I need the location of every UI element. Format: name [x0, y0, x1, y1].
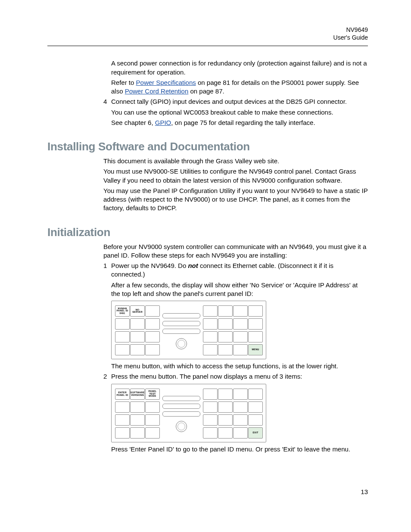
panel-btn-menu: MENU	[248, 344, 263, 355]
panel-display-line	[162, 329, 200, 334]
init-step1-p2: After a few seconds, the display will sh…	[111, 281, 368, 299]
panel-display-line	[162, 321, 200, 326]
page-header: NV9649 User's Guide	[47, 26, 368, 41]
step-4: 4 Connect tally (GPIO) input devices and…	[111, 97, 368, 106]
install-p1: This document is available through the G…	[103, 157, 368, 165]
panel-btn-blank	[145, 305, 160, 317]
panel-btn-exit: EXIT	[248, 427, 263, 439]
init-step-2: 2 Press the menu button. The panel now d…	[111, 372, 368, 381]
step-number: 2	[103, 372, 107, 381]
step4-line2: You can use the optional WC0053 breakout…	[111, 108, 368, 117]
install-p2: You must use NV9000-SE Utilities to conf…	[103, 167, 368, 185]
header-rule	[47, 46, 368, 46]
link-power-cord-retention[interactable]: Power Cord Retention	[125, 87, 189, 95]
header-product: NV9649	[47, 26, 368, 34]
panel-display-line	[162, 411, 200, 417]
init-step-1: 1 Power up the NV9649. Do not connect it…	[111, 261, 368, 279]
panel-display-line	[162, 313, 200, 318]
step-number: 1	[103, 261, 107, 270]
panel-btn-test-mode: PANELTESTMODE	[145, 389, 160, 400]
init-step1-after: The menu button, with which to access th…	[111, 362, 368, 370]
panel-display-line	[162, 396, 200, 401]
init-p1: Before your NV9000 system controller can…	[103, 243, 368, 260]
step4-line1: Connect tally (GPIO) input devices and o…	[111, 98, 347, 105]
panel-display-line	[162, 404, 200, 409]
panel-btn-id: NV9649PANEL ID6491	[115, 305, 130, 317]
panel-diagram-2: ENTERPANEL ID SOFTWAREVERSIONS PANELTEST…	[111, 384, 266, 442]
panel-btn-noserver: NOSERVER	[130, 305, 145, 317]
intro-para-2: Refer to Power Specifications on page 81…	[111, 78, 368, 96]
panel-knob	[176, 421, 187, 432]
panel-btn-enter-panel-id: ENTERPANEL ID	[115, 389, 130, 400]
page: NV9649 User's Guide A second power conne…	[0, 0, 411, 517]
heading-installing: Installing Software and Documentation	[47, 140, 368, 153]
install-p3: You may use the Panel IP Configuration U…	[103, 187, 368, 213]
page-number: 13	[47, 488, 368, 495]
header-docname: User's Guide	[47, 34, 368, 41]
step4-line3: See chapter 6, GPIO, on page 75 for deta…	[111, 118, 368, 127]
intro-para-1: A second power connection is for redunda…	[111, 59, 368, 77]
panel-diagram-1: NV9649PANEL ID6491 NOSERVER	[111, 301, 266, 359]
link-power-specs[interactable]: Power Specifications	[136, 79, 196, 86]
link-gpio[interactable]: GPIO	[155, 119, 171, 126]
panel-btn-software-versions: SOFTWAREVERSIONS	[130, 389, 145, 400]
heading-initialization: Initialization	[47, 226, 368, 239]
panel-knob	[176, 338, 187, 349]
step-number: 4	[103, 97, 107, 106]
init-step2-after: Press 'Enter Panel ID' to go to the pane…	[111, 445, 368, 454]
